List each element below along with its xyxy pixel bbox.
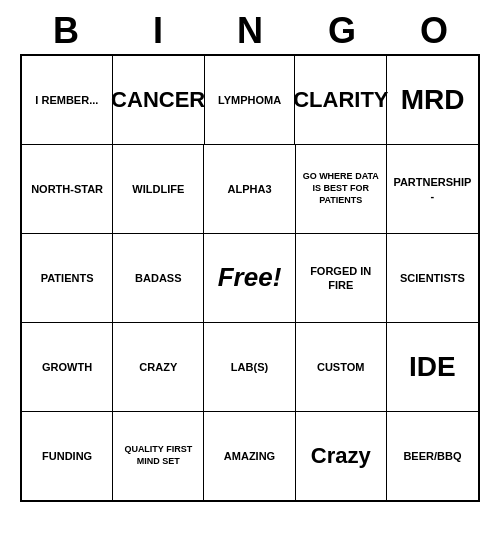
- bingo-row: GROWTHCRAZYLAB(S)CUSTOMIDE: [22, 323, 478, 412]
- bingo-cell: NORTH-STAR: [22, 145, 113, 233]
- bingo-letter: B: [22, 10, 110, 52]
- bingo-cell: CLARITY: [295, 56, 387, 144]
- bingo-cell: QUALITY FIRST MIND SET: [113, 412, 204, 500]
- bingo-cell: CUSTOM: [296, 323, 387, 411]
- bingo-cell: GO WHERE DATA IS BEST FOR PATIENTS: [296, 145, 387, 233]
- bingo-cell: IDE: [387, 323, 478, 411]
- bingo-cell: LYMPHOMA: [205, 56, 296, 144]
- bingo-cell: WILDLIFE: [113, 145, 204, 233]
- bingo-row: FUNDINGQUALITY FIRST MIND SETAMAZINGCraz…: [22, 412, 478, 500]
- bingo-cell: CRAZY: [113, 323, 204, 411]
- bingo-cell: FORGED IN FIRE: [296, 234, 387, 322]
- bingo-letter: N: [206, 10, 294, 52]
- bingo-title: BINGO: [20, 10, 480, 52]
- bingo-cell: GROWTH: [22, 323, 113, 411]
- bingo-cell: I REMBER...: [22, 56, 113, 144]
- bingo-cell: MRD: [387, 56, 478, 144]
- bingo-cell: Crazy: [296, 412, 387, 500]
- bingo-row: NORTH-STARWILDLIFEALPHA3GO WHERE DATA IS…: [22, 145, 478, 234]
- bingo-cell: PARTNERSHIP -: [387, 145, 478, 233]
- bingo-cell: BEER/BBQ: [387, 412, 478, 500]
- bingo-letter: G: [298, 10, 386, 52]
- bingo-cell: ALPHA3: [204, 145, 295, 233]
- bingo-row: PATIENTSBADASSFree!FORGED IN FIRESCIENTI…: [22, 234, 478, 323]
- bingo-cell: FUNDING: [22, 412, 113, 500]
- bingo-cell: Free!: [204, 234, 295, 322]
- bingo-cell: BADASS: [113, 234, 204, 322]
- bingo-cell: PATIENTS: [22, 234, 113, 322]
- bingo-grid: I REMBER...CANCERLYMPHOMACLARITYMRDNORTH…: [20, 54, 480, 502]
- bingo-cell: AMAZING: [204, 412, 295, 500]
- bingo-letter: I: [114, 10, 202, 52]
- bingo-letter: O: [390, 10, 478, 52]
- bingo-cell: LAB(S): [204, 323, 295, 411]
- bingo-row: I REMBER...CANCERLYMPHOMACLARITYMRD: [22, 56, 478, 145]
- bingo-cell: CANCER: [113, 56, 205, 144]
- bingo-cell: SCIENTISTS: [387, 234, 478, 322]
